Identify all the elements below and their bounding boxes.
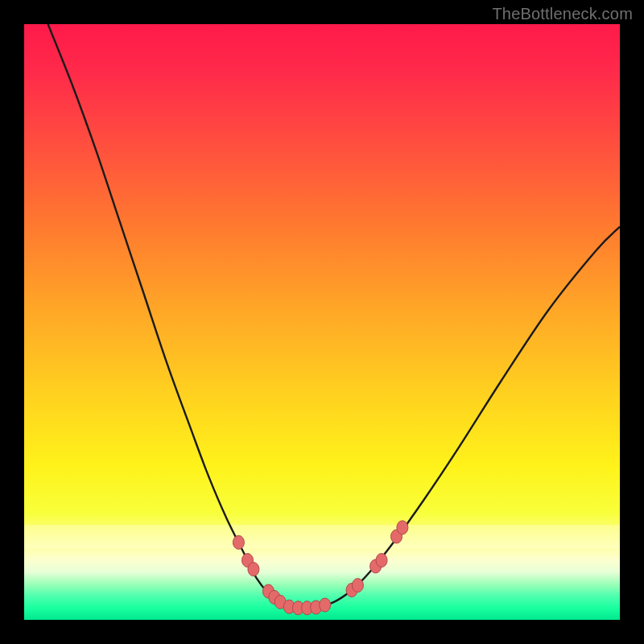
data-marker xyxy=(248,563,259,576)
watermark-text: TheBottleneck.com xyxy=(492,5,633,23)
chart-frame: TheBottleneck.com xyxy=(0,0,644,644)
data-marker xyxy=(320,598,331,612)
data-marker xyxy=(376,554,387,568)
plot-area xyxy=(24,24,620,620)
data-marker xyxy=(397,521,408,535)
data-marker xyxy=(233,535,244,549)
marker-layer xyxy=(233,521,408,615)
bottleneck-curve xyxy=(48,24,620,608)
chart-svg xyxy=(24,24,620,620)
data-marker xyxy=(352,579,363,592)
